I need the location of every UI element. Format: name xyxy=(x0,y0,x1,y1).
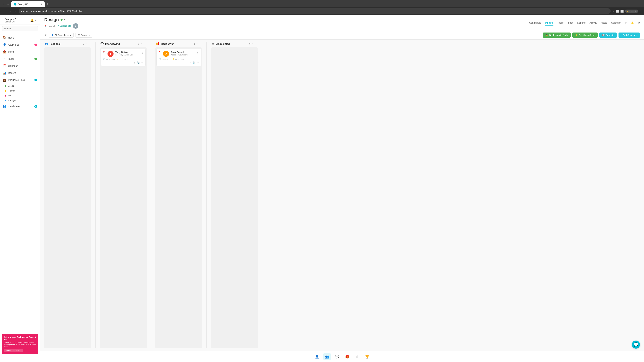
sidebar-item-home[interactable]: 🏠 Home xyxy=(0,34,40,41)
sidebar-item-label: Candidates xyxy=(8,105,33,108)
add-interviewing-button[interactable]: + xyxy=(141,42,142,45)
sidebar-item-applicants[interactable]: 👤 Applicants 1 xyxy=(0,41,40,48)
design-dot xyxy=(5,85,6,87)
sidebar-item-tasks[interactable]: ✓ Tasks + xyxy=(0,55,40,62)
bookmark-icon[interactable]: ☆ xyxy=(612,9,614,13)
url-bar[interactable] xyxy=(18,8,611,14)
header-top-row: Design ▾ 📍 CA, US Careers Site L · Candi… xyxy=(44,17,640,29)
tab-arrow-down[interactable]: ⌄ xyxy=(6,2,10,6)
filter-icon[interactable]: ▼ xyxy=(44,34,47,37)
nav-reports[interactable]: Reports xyxy=(577,20,586,26)
jack-time1: 13min ago xyxy=(162,58,170,60)
sidebar-collapse-button[interactable]: ‹ xyxy=(3,18,4,22)
rss-icon[interactable]: 📡 xyxy=(137,61,140,64)
sidebar-item-inbox[interactable]: 📥 Inbox xyxy=(0,48,40,55)
position-hr[interactable]: HR xyxy=(0,93,40,98)
active-tab[interactable]: Breezy HR × xyxy=(11,1,44,7)
nav-candidates[interactable]: Candidates xyxy=(529,20,541,26)
job-title: Design xyxy=(44,17,59,22)
settings-icon[interactable]: ⚙ xyxy=(35,19,38,22)
status-arrow[interactable]: ▾ xyxy=(64,18,65,21)
notification-icon[interactable]: 🔔 xyxy=(30,19,34,22)
download-icon[interactable]: ⬇ xyxy=(134,61,136,64)
add-disqualified-button[interactable]: + xyxy=(252,42,254,45)
nav-calendar[interactable]: Calendar xyxy=(611,20,621,26)
bottom-group-button[interactable]: 👥 xyxy=(323,353,331,360)
hr-dot xyxy=(5,95,6,96)
sidebar-item-label: Positions / Pools xyxy=(8,79,33,81)
nav-gear[interactable]: ⚙ xyxy=(638,20,640,26)
search-input[interactable] xyxy=(2,26,38,31)
position-design[interactable]: Design xyxy=(0,83,40,88)
candidates-badge: + xyxy=(34,105,38,108)
jack-expand-button[interactable]: ∨ xyxy=(197,51,199,54)
back-button[interactable]: ← xyxy=(2,9,6,13)
new-tab-button[interactable]: + xyxy=(45,2,50,7)
extension-icon[interactable]: ⬜ xyxy=(616,9,619,13)
all-candidates-button[interactable]: 👤 All Candidates ▾ xyxy=(49,33,74,37)
applicants-icon: 👤 xyxy=(3,43,6,46)
bottom-bar: 👤 👥 💬 🎁 🗑 🏆 xyxy=(40,351,644,362)
position-finance[interactable]: Finance xyxy=(0,88,40,93)
column-feedback: 👥 Feedback 0 + ⋮ xyxy=(44,42,91,349)
bottom-trophy-button[interactable]: 🏆 xyxy=(364,353,371,360)
add-made-offer-button[interactable]: + xyxy=(196,42,198,45)
bolt-icon-j: ⚡ xyxy=(172,58,174,60)
bottom-trash-button[interactable]: 🗑 xyxy=(354,353,361,360)
candidate-card-jack[interactable]: 🚩 J Jack Daniel Added by Lauren Deli ∨ xyxy=(157,49,201,66)
roomy-view-button[interactable]: ☰ Roomy ▾ xyxy=(75,33,92,37)
star-icon-j[interactable]: ☆ xyxy=(197,61,199,64)
bottom-person-button[interactable]: 👤 xyxy=(313,353,321,360)
interviewing-col-title: Interviewing xyxy=(105,42,137,45)
tab-arrow[interactable]: ‹ xyxy=(1,2,5,6)
sidebar-toggle[interactable]: › xyxy=(0,356,40,362)
chat-widget[interactable]: 💬 xyxy=(632,341,640,349)
rss-icon-j[interactable]: 📡 xyxy=(192,61,196,64)
refresh-button[interactable]: ↻ xyxy=(14,8,17,13)
sidebar-item-candidates[interactable]: 👥 Candidates + xyxy=(0,103,40,110)
match-score-button[interactable]: ⚡ Get Match Score xyxy=(572,32,598,38)
company-name: Sample C... xyxy=(5,18,29,21)
nav-bell[interactable]: 🔔 xyxy=(631,20,634,26)
incognito-apply-button[interactable]: 🕵 Get Incognito Apply xyxy=(543,32,571,38)
promo-switch-button[interactable]: Switch Companies xyxy=(4,349,23,352)
col-menu-button[interactable]: ⋮ xyxy=(88,42,90,45)
incognito-label: Incognito xyxy=(630,10,637,12)
home-icon: 🏠 xyxy=(3,36,6,39)
position-design-label: Design xyxy=(8,85,14,87)
download-icon-j[interactable]: ⬇ xyxy=(189,61,191,64)
nav-inbox[interactable]: Inbox xyxy=(568,20,573,26)
nav-activity[interactable]: Activity xyxy=(590,20,597,26)
nav-star[interactable]: ★ xyxy=(625,20,627,26)
column-made-offer: 🎁 Made Offer 1 + ⋮ 🚩 xyxy=(155,42,202,349)
careers-site-link[interactable]: Careers Site xyxy=(58,25,71,27)
manager-dot xyxy=(5,100,6,101)
sidebar-item-reports[interactable]: 📊 Reports xyxy=(0,69,40,76)
made-offer-menu-button[interactable]: ⋮ xyxy=(199,42,202,45)
sidebar-item-positions[interactable]: 💼 Positions / Pools + xyxy=(0,76,40,83)
promo-close-button[interactable]: × xyxy=(35,335,37,338)
nav-notes[interactable]: Notes xyxy=(601,20,607,26)
disqualified-menu-button[interactable]: ⋮ xyxy=(254,42,257,45)
position-manager[interactable]: Manager xyxy=(0,98,40,103)
profile-icon[interactable]: ⬜ xyxy=(620,9,624,13)
star-icon[interactable]: ☆ xyxy=(141,61,144,64)
toby-expand-button[interactable]: ∨ xyxy=(141,51,144,54)
nav-tasks[interactable]: Tasks xyxy=(558,20,564,26)
menu-icon[interactable]: ⋮ xyxy=(640,10,642,12)
add-col-button[interactable]: + xyxy=(85,42,87,45)
interviewing-menu-button[interactable]: ⋮ xyxy=(144,42,146,45)
add-candidate-button[interactable]: + Add Candidate xyxy=(618,32,640,38)
applicants-badge: 1 xyxy=(34,43,38,46)
nav-pipeline[interactable]: Pipeline xyxy=(545,20,554,26)
sidebar-item-calendar[interactable]: 📅 Calendar xyxy=(0,62,40,69)
bottom-gift-button[interactable]: 🎁 xyxy=(344,353,351,360)
promote-button[interactable]: 📢 Promote xyxy=(600,32,617,38)
feedback-col-count: 0 xyxy=(83,42,84,45)
tab-close-button[interactable]: × xyxy=(40,3,42,6)
add-candidate-label: + Add Candidate xyxy=(621,34,638,36)
feedback-col-title: Feedback xyxy=(50,42,81,45)
candidate-card-toby[interactable]: 🚩 T Toby Native Added by Lauren Deli ∨ xyxy=(101,49,146,66)
forward-button[interactable]: → xyxy=(8,9,12,13)
bottom-chat-button[interactable]: 💬 xyxy=(334,353,341,360)
